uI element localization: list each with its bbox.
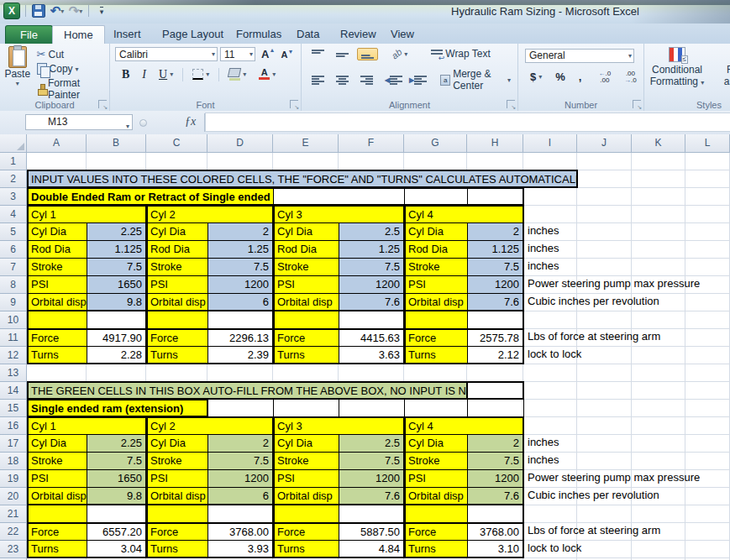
tab-data[interactable]: Data (286, 25, 330, 44)
cell-I12[interactable]: lock to lock (523, 346, 730, 364)
tab-page-layout[interactable]: Page Layout (151, 25, 234, 44)
cell-G8[interactable]: PSI (404, 275, 468, 294)
undo-dropdown-icon[interactable]: ▾ (60, 8, 64, 15)
row-header-2[interactable]: 2 (0, 170, 27, 188)
cell-C8[interactable]: PSI (146, 275, 208, 294)
row-header-16[interactable]: 16 (0, 417, 27, 435)
cell-B20[interactable]: 9.8 (87, 487, 147, 505)
undo-icon[interactable]: ↶▾ (50, 3, 65, 18)
cell-G11[interactable]: Force (404, 328, 468, 347)
cell-B12[interactable]: 2.28 (87, 346, 147, 364)
column-header-B[interactable]: B (87, 134, 146, 153)
cell-G15[interactable] (404, 399, 468, 417)
cell-C12[interactable]: Turns (146, 346, 208, 364)
cell-A6[interactable]: Rod Dia (27, 240, 87, 259)
cell-H19[interactable]: 1200 (467, 469, 524, 488)
cell-C4[interactable]: Cyl 2 (146, 205, 274, 223)
accounting-format-button[interactable]: $▾ (527, 70, 545, 84)
cell-G16[interactable]: Cyl 4 (404, 416, 524, 435)
tab-review[interactable]: Review (329, 25, 387, 44)
column-header-K[interactable]: K (632, 134, 685, 153)
excel-logo-icon[interactable]: X (3, 3, 20, 18)
cell-A18[interactable]: Stroke (27, 452, 87, 470)
row-header-7[interactable]: 7 (0, 259, 27, 276)
cell-F23[interactable]: 4.84 (339, 540, 405, 558)
customize-qat-icon[interactable]: ▾ (94, 3, 109, 18)
cell-D11[interactable]: 2296.13 (207, 328, 274, 347)
cell-A22[interactable]: Force (27, 522, 87, 541)
cell-C5[interactable]: Cyl Dia (146, 222, 208, 241)
cell-H3[interactable] (467, 187, 524, 206)
row-header-23[interactable]: 23 (0, 541, 27, 558)
row-header-1[interactable]: 1 (0, 153, 27, 170)
column-header-L[interactable]: L (685, 134, 730, 153)
cell-E5[interactable]: Cyl Dia (273, 222, 339, 241)
cell-D22[interactable]: 3768.00 (207, 522, 274, 541)
tab-home[interactable]: Home (52, 25, 105, 44)
align-middle-button[interactable] (333, 49, 352, 60)
cell-F5[interactable]: 2.5 (339, 222, 405, 241)
save-icon[interactable] (31, 3, 46, 18)
cell-G6[interactable]: Rod Dia (404, 240, 468, 259)
cell-C16[interactable]: Cyl 2 (146, 416, 274, 435)
cell-D19[interactable]: 1200 (207, 469, 274, 488)
column-header-C[interactable]: C (146, 134, 207, 153)
cell-C10[interactable] (146, 311, 208, 329)
column-header-J[interactable]: J (577, 134, 632, 153)
cell-C20[interactable]: Orbital disp (146, 487, 208, 505)
cell-F22[interactable]: 5887.50 (339, 522, 405, 541)
cell-A23[interactable]: Turns (27, 540, 87, 558)
cell-I17[interactable]: inches (523, 434, 730, 453)
cut-button[interactable]: ✂Cut (34, 47, 109, 61)
cell-B17[interactable]: 2.25 (87, 434, 147, 453)
cell-I8[interactable]: Power steering pump max pressure (523, 275, 730, 294)
cell-A2[interactable]: INPUT VALUES INTO THESE COLORED CELLS, T… (27, 170, 578, 188)
cell-D10[interactable] (207, 311, 274, 329)
cell-G21[interactable] (404, 505, 468, 523)
cell-C17[interactable]: Cyl Dia (146, 434, 208, 453)
row-header-11[interactable]: 11 (0, 329, 27, 347)
cell-B21[interactable] (87, 505, 147, 523)
cell-A4[interactable]: Cyl 1 (27, 205, 147, 223)
cell-A20[interactable]: Orbital disp (27, 487, 87, 505)
cell-E10[interactable] (273, 311, 339, 329)
alignment-dialog-launcher-icon[interactable] (507, 100, 515, 108)
cell-H17[interactable]: 2 (467, 434, 524, 453)
cell-A17[interactable]: Cyl Dia (27, 434, 87, 453)
row-header-3[interactable]: 3 (0, 188, 27, 206)
name-box[interactable]: M13▾ (25, 114, 133, 130)
row-header-14[interactable]: 14 (0, 382, 27, 400)
cell-F15[interactable] (339, 399, 405, 417)
cell-H6[interactable]: 1.125 (467, 240, 524, 259)
cell-D5[interactable]: 2 (207, 222, 274, 241)
cell-E15[interactable] (273, 399, 339, 417)
cell-A5[interactable]: Cyl Dia (27, 222, 87, 241)
cell-H8[interactable]: 1200 (467, 275, 524, 294)
row-header-8[interactable]: 8 (0, 276, 27, 294)
cell-H23[interactable]: 3.10 (467, 540, 524, 558)
orientation-button[interactable]: ab▾ (388, 48, 411, 60)
cell-D17[interactable]: 2 (207, 434, 274, 453)
cell-B5[interactable]: 2.25 (87, 222, 147, 241)
cell-A12[interactable]: Turns (27, 346, 87, 364)
cell-E11[interactable]: Force (273, 328, 339, 347)
cell-A15[interactable]: Single ended ram (extension) (27, 399, 208, 417)
cell-C7[interactable]: Stroke (146, 258, 208, 276)
cell-C19[interactable]: PSI (146, 469, 208, 488)
cell-C9[interactable]: Orbital disp (146, 293, 208, 311)
cell-H12[interactable]: 2.12 (467, 346, 524, 364)
underline-button[interactable]: U▾ (155, 68, 176, 81)
cell-H18[interactable]: 7.5 (467, 452, 524, 470)
cell-A10[interactable] (27, 311, 87, 329)
row-header-6[interactable]: 6 (0, 241, 27, 259)
grow-font-button[interactable]: A▲ (258, 47, 275, 61)
conditional-formatting-button[interactable]: Conditional Formatting ▾ (644, 47, 710, 89)
cell-F17[interactable]: 2.5 (339, 434, 405, 453)
paste-button[interactable]: Paste ▾ (3, 46, 32, 102)
row-header-18[interactable]: 18 (0, 453, 27, 470)
bold-button[interactable]: B (118, 68, 133, 81)
cell-B19[interactable]: 1650 (87, 469, 147, 488)
cell-E6[interactable]: Rod Dia (273, 240, 339, 259)
fill-color-button[interactable]: ▾ (225, 67, 249, 81)
column-header-G[interactable]: G (404, 134, 467, 153)
